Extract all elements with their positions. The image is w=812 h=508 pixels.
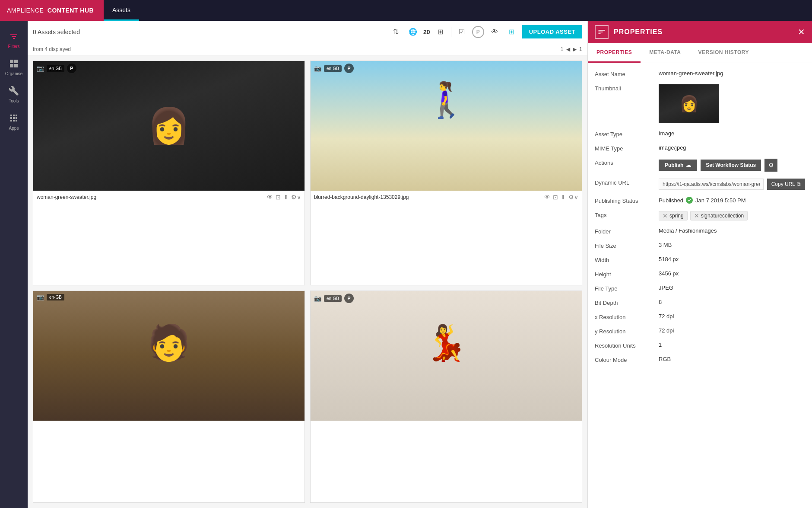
prop-row-x-resolution: x Resolution 72 dpi xyxy=(595,313,805,320)
page-prev-btn[interactable]: ◀ xyxy=(566,46,570,52)
asset-name-2: blurred-background-daylight-1353029.jpg xyxy=(314,194,544,200)
tag-chip-spring: ✕ spring xyxy=(659,211,688,220)
eye-icon-2[interactable]: 👁 xyxy=(544,194,550,201)
sidebar-item-apps[interactable]: Apps xyxy=(0,108,28,135)
chevron-icon-1[interactable]: ∨ xyxy=(297,194,301,201)
camera-icon-1: 📷 xyxy=(37,65,44,72)
asset-actions-1: 👁 ⊡ ⬆ ⚙ xyxy=(267,194,297,201)
asset-card-4-header: 📷 en-GB P xyxy=(311,291,582,306)
eye-icon-1[interactable]: 👁 xyxy=(267,194,273,201)
prop-value-asset-name: woman-green-sweater.jpg xyxy=(659,70,805,77)
page-next-btn[interactable]: ▶ xyxy=(573,46,577,52)
prop-label-y-resolution: y Resolution xyxy=(595,327,655,335)
asset-footer-1: woman-green-sweater.jpg 👁 ⊡ ⬆ ⚙ ∨ xyxy=(33,191,304,203)
prop-row-mime-type: MIME Type image/jpeg xyxy=(595,144,805,152)
tag-chip-signaturecollection: ✕ signaturecollection xyxy=(690,211,748,220)
prop-label-folder: Folder xyxy=(595,227,655,235)
select-all-btn[interactable]: ☑ xyxy=(455,25,469,39)
upload-icon-2[interactable]: ⬆ xyxy=(561,194,566,201)
tab-version-history[interactable]: VERSION HISTORY xyxy=(690,43,758,63)
upload-icon-1[interactable]: ⬆ xyxy=(283,194,289,201)
assets-count: 0 Assets selected xyxy=(33,29,385,35)
publish-cloud-icon: ☁ xyxy=(686,162,691,168)
prop-row-publishing-status: Publishing Status Published Jan 7 2019 5… xyxy=(595,197,805,204)
tag-remove-spring[interactable]: ✕ xyxy=(663,213,668,219)
prop-row-asset-type: Asset Type Image xyxy=(595,130,805,137)
prop-row-asset-name: Asset Name woman-green-sweater.jpg xyxy=(595,70,805,77)
checkered-view-btn[interactable]: ⊞ xyxy=(505,25,519,39)
publish-btn[interactable]: Publish ☁ xyxy=(659,160,697,171)
tab-meta-data[interactable]: META-DATA xyxy=(641,43,689,63)
properties-panel-header: PROPERTIES ✕ xyxy=(588,21,812,43)
topbar-nav: Assets xyxy=(104,0,139,21)
prop-value-file-size: 3 MB xyxy=(659,242,805,248)
prop-row-thumbnail: Thumbnail 👩 xyxy=(595,84,805,123)
prop-label-thumbnail: Thumbnail xyxy=(595,84,655,92)
tab-properties[interactable]: PROPERTIES xyxy=(588,43,641,63)
locale-badge-2: en-GB xyxy=(324,65,342,72)
asset-card-3-header: 📷 en-GB xyxy=(33,291,304,303)
upload-asset-btn[interactable]: UPLOAD ASSET xyxy=(522,25,582,38)
prop-row-file-type: File Type JPEG xyxy=(595,284,805,292)
dynamic-url-input[interactable] xyxy=(659,179,764,190)
assets-toolbar: 0 Assets selected ⇅ 🌐 20 ⊞ ☑ P 👁 ⊞ UPLOA… xyxy=(28,21,587,43)
prop-label-tags: Tags xyxy=(595,211,655,218)
sidebar-item-filters[interactable]: Filters xyxy=(0,26,28,53)
asset-card-4[interactable]: 📷 en-GB P xyxy=(310,291,582,503)
prop-label-file-type: File Type xyxy=(595,284,655,292)
asset-card-1[interactable]: 📷 en-GB P woman-green-sweater.jpg 👁 ⊡ ⬆ … xyxy=(33,61,305,285)
prop-row-actions: Actions Publish ☁ Set Workflow Status ⚙ xyxy=(595,159,805,172)
properties-title: PROPERTIES xyxy=(614,28,793,36)
copy-icon-1[interactable]: ⊡ xyxy=(276,194,281,201)
prop-row-dynamic-url: Dynamic URL Copy URL ⧉ xyxy=(595,179,805,190)
prop-row-resolution-units: Resolution Units 1 xyxy=(595,342,805,349)
settings-icon-2[interactable]: ⚙ xyxy=(568,194,574,201)
per-page-count: 20 xyxy=(423,29,430,35)
chevron-icon-2[interactable]: ∨ xyxy=(574,194,578,201)
prop-actions-container: Publish ☁ Set Workflow Status ⚙ xyxy=(659,159,777,172)
prop-label-asset-name: Asset Name xyxy=(595,70,655,77)
asset-card-3[interactable]: 📷 en-GB xyxy=(33,291,305,503)
prop-row-tags: Tags ✕ spring ✕ signaturecollection xyxy=(595,211,805,220)
brand-name: CONTENT HUB xyxy=(48,7,94,14)
asset-card-2[interactable]: 📷 en-GB P blurred-background-daylight-13… xyxy=(310,61,582,285)
asset-actions-2: 👁 ⊡ ⬆ ⚙ xyxy=(544,194,574,201)
asset-card-1-header: 📷 en-GB P xyxy=(33,61,304,76)
workflow-status-btn[interactable]: Set Workflow Status xyxy=(701,160,761,171)
sidebar-item-organise[interactable]: Organise xyxy=(0,53,28,80)
tag-remove-signaturecollection[interactable]: ✕ xyxy=(694,213,699,219)
copy-icon-2[interactable]: ⊡ xyxy=(553,194,558,201)
actions-gear-btn[interactable]: ⚙ xyxy=(764,159,777,172)
grid-view-btn[interactable]: ⊞ xyxy=(434,25,447,39)
prop-value-mime-type: image/jpeg xyxy=(659,144,805,151)
copy-icon: ⧉ xyxy=(797,181,801,187)
prop-label-mime-type: MIME Type xyxy=(595,144,655,152)
prop-label-colour-mode: Colour Mode xyxy=(595,356,655,363)
camera-icon-4: 📷 xyxy=(314,295,321,302)
nav-item-assets[interactable]: Assets xyxy=(104,0,139,21)
globe-btn[interactable]: 🌐 xyxy=(406,25,420,39)
assets-grid: 📷 en-GB P woman-green-sweater.jpg 👁 ⊡ ⬆ … xyxy=(28,55,587,508)
properties-tabs: PROPERTIES META-DATA VERSION HISTORY xyxy=(588,43,812,63)
sort-btn[interactable]: ⇅ xyxy=(389,25,403,39)
tag-label-spring: spring xyxy=(669,213,684,219)
publishing-date: Jan 7 2019 5:50 PM xyxy=(695,197,745,204)
settings-icon-1[interactable]: ⚙ xyxy=(291,194,297,201)
asset-img-2 xyxy=(311,61,582,191)
publishing-status-container: Published Jan 7 2019 5:50 PM xyxy=(659,197,745,204)
prop-row-colour-mode: Colour Mode RGB xyxy=(595,356,805,363)
prop-label-width: Width xyxy=(595,256,655,263)
preview-btn[interactable]: 👁 xyxy=(488,25,501,39)
prop-label-asset-type: Asset Type xyxy=(595,130,655,137)
properties-close-btn[interactable]: ✕ xyxy=(798,27,805,37)
sidebar-item-tools[interactable]: Tools xyxy=(0,80,28,108)
copy-url-btn[interactable]: Copy URL ⧉ xyxy=(767,179,805,190)
p-badge-1: P xyxy=(67,64,76,73)
gear-icon: ⚙ xyxy=(768,162,774,169)
prop-label-file-size: File Size xyxy=(595,242,655,249)
apps-icon xyxy=(8,112,20,124)
topbar: AMPLIENCE CONTENT HUB Assets xyxy=(0,0,812,21)
prop-label-actions: Actions xyxy=(595,159,655,166)
published-filter-btn[interactable]: P xyxy=(472,26,484,38)
from-displayed: from 4 displayed xyxy=(33,46,71,52)
